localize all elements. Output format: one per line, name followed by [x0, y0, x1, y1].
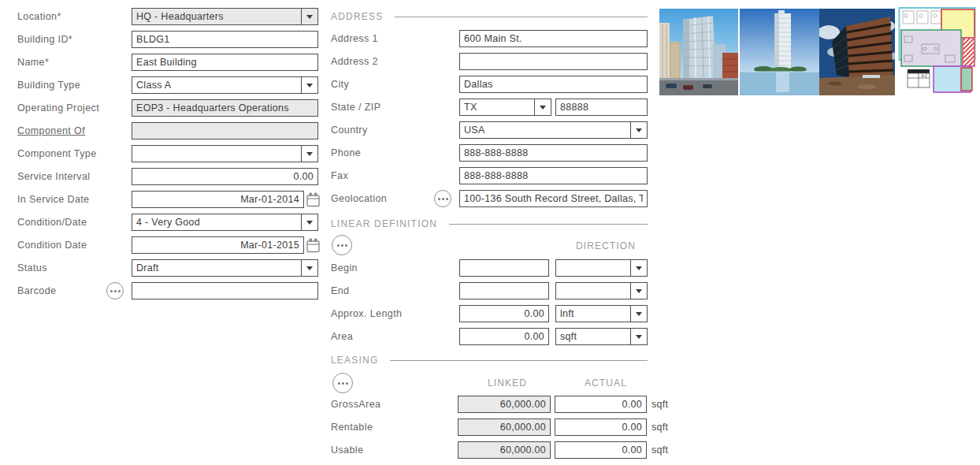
chevron-down-icon[interactable]: [630, 329, 647, 344]
building-record-form: Location* HQ - Headquarters Building ID*…: [0, 0, 980, 465]
condition-date-input[interactable]: [132, 236, 304, 254]
floor-plan-thumbnail[interactable]: A-2: [898, 6, 977, 95]
component-of-link[interactable]: Component Of: [17, 122, 85, 140]
svg-text:A-2: A-2: [921, 74, 927, 78]
chevron-down-icon[interactable]: [630, 283, 647, 299]
status-select[interactable]: Draft: [132, 259, 318, 277]
country-select[interactable]: USA: [459, 121, 648, 139]
state-zip-label: State / ZIP: [331, 99, 380, 116]
country-label: Country: [331, 121, 368, 139]
location-value: HQ - Headquarters: [132, 9, 301, 24]
leasing-section-title: LEASING: [331, 355, 378, 366]
address1-label: Address 1: [331, 30, 378, 47]
geolocation-lookup-ellipsis-button[interactable]: [434, 190, 451, 207]
condition-select[interactable]: 4 - Very Good: [132, 214, 318, 231]
chevron-down-icon[interactable]: [301, 214, 317, 230]
operating-project-input: [132, 99, 318, 117]
gross-area-unit: sqft: [651, 396, 668, 413]
rentable-actual-input[interactable]: [555, 418, 647, 436]
building-id-input[interactable]: [132, 31, 318, 48]
phone-label: Phone: [331, 144, 361, 162]
leasing-section-header: LEASING: [331, 355, 648, 366]
chevron-down-icon[interactable]: [534, 99, 551, 115]
barcode-input[interactable]: [132, 282, 318, 299]
usable-linked-input: [458, 441, 551, 459]
building-photo-1[interactable]: [659, 9, 738, 95]
fax-label: Fax: [331, 167, 348, 184]
begin-direction-select[interactable]: [555, 259, 648, 277]
barcode-label: Barcode: [17, 282, 56, 299]
approx-length-unit-select[interactable]: lnft: [555, 305, 648, 322]
name-input[interactable]: [132, 54, 318, 71]
address2-input[interactable]: [459, 53, 648, 70]
end-direction-value: [556, 283, 630, 299]
direction-column-header: DIRECTION: [576, 240, 636, 251]
linked-column-header: LINKED: [488, 378, 527, 389]
chevron-down-icon[interactable]: [630, 306, 647, 322]
condition-date-label: Condition Date: [17, 236, 87, 254]
calendar-icon[interactable]: [306, 238, 320, 253]
end-direction-select[interactable]: [555, 282, 648, 299]
chevron-down-icon[interactable]: [301, 146, 317, 162]
area-unit-select[interactable]: sqft: [555, 328, 648, 345]
leasing-ellipsis-button[interactable]: [332, 373, 353, 393]
service-interval-input[interactable]: [132, 168, 318, 185]
fax-input[interactable]: [459, 167, 648, 184]
barcode-lookup-ellipsis-button[interactable]: [106, 282, 124, 299]
condition-value: 4 - Very Good: [132, 214, 301, 230]
location-select[interactable]: HQ - Headquarters: [132, 8, 318, 25]
approx-length-input[interactable]: [459, 305, 549, 322]
chevron-down-icon[interactable]: [630, 122, 647, 138]
end-label: End: [331, 282, 349, 299]
gross-area-label: GrossArea: [331, 396, 380, 413]
calendar-icon[interactable]: [306, 192, 320, 207]
status-label: Status: [17, 259, 47, 277]
service-interval-label: Service Interval: [17, 168, 91, 185]
chevron-down-icon[interactable]: [301, 260, 317, 276]
gross-area-linked-input: [458, 396, 551, 413]
address-section-title: ADDRESS: [331, 11, 383, 22]
zip-input[interactable]: [555, 99, 648, 116]
building-id-label: Building ID*: [17, 31, 72, 48]
city-input[interactable]: [459, 76, 648, 93]
chevron-down-icon[interactable]: [301, 9, 317, 24]
operating-project-label: Operating Project: [17, 99, 99, 117]
phone-input[interactable]: [459, 144, 648, 162]
begin-label: Begin: [331, 259, 358, 277]
building-type-label: Building Type: [17, 76, 80, 94]
city-label: City: [331, 76, 349, 93]
address1-input[interactable]: [459, 30, 648, 47]
building-photo-2[interactable]: [740, 9, 819, 95]
chevron-down-icon[interactable]: [301, 77, 317, 93]
actual-column-header: ACTUAL: [585, 378, 627, 389]
rentable-label: Rentable: [331, 418, 373, 436]
linear-definition-section-title: LINEAR DEFINITION: [331, 218, 437, 229]
state-value: TX: [460, 99, 534, 115]
area-input[interactable]: [459, 328, 549, 345]
component-of-input: [132, 122, 318, 140]
component-type-select[interactable]: [132, 145, 318, 162]
geolocation-input[interactable]: [459, 190, 648, 207]
gross-area-actual-input[interactable]: [555, 396, 647, 413]
usable-actual-input[interactable]: [555, 441, 647, 459]
end-input[interactable]: [459, 282, 549, 299]
begin-input[interactable]: [459, 259, 549, 277]
building-photo-3[interactable]: [819, 9, 895, 95]
chevron-down-icon[interactable]: [630, 260, 647, 276]
location-label: Location*: [17, 8, 61, 25]
approx-length-unit-value: lnft: [556, 306, 630, 322]
component-type-label: Component Type: [17, 145, 97, 162]
state-select[interactable]: TX: [459, 99, 551, 116]
building-type-select[interactable]: Class A: [132, 76, 318, 94]
linear-definition-ellipsis-button[interactable]: [332, 235, 352, 255]
linear-definition-section-header: LINEAR DEFINITION: [331, 218, 648, 229]
geolocation-label: Geolocation: [331, 190, 387, 207]
area-unit-value: sqft: [556, 329, 630, 344]
rentable-linked-input: [458, 418, 551, 436]
building-type-value: Class A: [132, 77, 301, 93]
address-section-header: ADDRESS: [331, 11, 648, 22]
status-value: Draft: [132, 260, 301, 276]
condition-label: Condition/Date: [17, 214, 87, 231]
begin-direction-value: [556, 260, 630, 276]
in-service-date-input[interactable]: [132, 191, 304, 208]
